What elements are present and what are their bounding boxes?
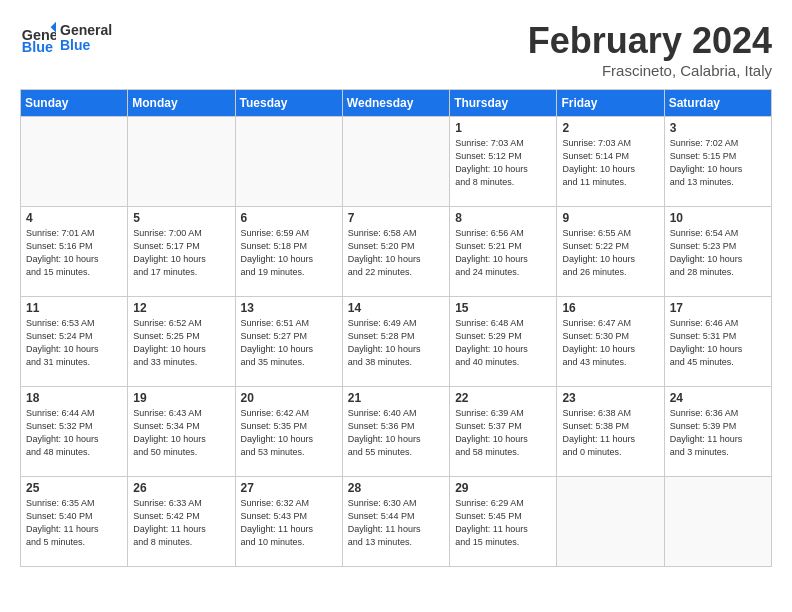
- day-info: Sunrise: 6:48 AMSunset: 5:29 PMDaylight:…: [455, 317, 551, 369]
- day-number: 6: [241, 211, 337, 225]
- day-header-saturday: Saturday: [664, 90, 771, 117]
- day-number: 4: [26, 211, 122, 225]
- day-number: 1: [455, 121, 551, 135]
- day-number: 20: [241, 391, 337, 405]
- day-cell: 15Sunrise: 6:48 AMSunset: 5:29 PMDayligh…: [450, 297, 557, 387]
- day-number: 27: [241, 481, 337, 495]
- day-info: Sunrise: 6:29 AMSunset: 5:45 PMDaylight:…: [455, 497, 551, 549]
- title-area: February 2024 Frascineto, Calabria, Ital…: [528, 20, 772, 79]
- day-info: Sunrise: 6:53 AMSunset: 5:24 PMDaylight:…: [26, 317, 122, 369]
- day-number: 18: [26, 391, 122, 405]
- day-number: 14: [348, 301, 444, 315]
- day-info: Sunrise: 6:33 AMSunset: 5:42 PMDaylight:…: [133, 497, 229, 549]
- day-info: Sunrise: 6:39 AMSunset: 5:37 PMDaylight:…: [455, 407, 551, 459]
- day-cell: 16Sunrise: 6:47 AMSunset: 5:30 PMDayligh…: [557, 297, 664, 387]
- day-info: Sunrise: 6:59 AMSunset: 5:18 PMDaylight:…: [241, 227, 337, 279]
- day-cell: 18Sunrise: 6:44 AMSunset: 5:32 PMDayligh…: [21, 387, 128, 477]
- day-number: 19: [133, 391, 229, 405]
- day-cell: [235, 117, 342, 207]
- day-info: Sunrise: 6:38 AMSunset: 5:38 PMDaylight:…: [562, 407, 658, 459]
- day-number: 25: [26, 481, 122, 495]
- day-info: Sunrise: 7:02 AMSunset: 5:15 PMDaylight:…: [670, 137, 766, 189]
- week-row-2: 4Sunrise: 7:01 AMSunset: 5:16 PMDaylight…: [21, 207, 772, 297]
- location: Frascineto, Calabria, Italy: [528, 62, 772, 79]
- week-row-4: 18Sunrise: 6:44 AMSunset: 5:32 PMDayligh…: [21, 387, 772, 477]
- day-info: Sunrise: 6:52 AMSunset: 5:25 PMDaylight:…: [133, 317, 229, 369]
- logo-icon: General Blue: [20, 20, 56, 56]
- day-info: Sunrise: 6:56 AMSunset: 5:21 PMDaylight:…: [455, 227, 551, 279]
- day-cell: 7Sunrise: 6:58 AMSunset: 5:20 PMDaylight…: [342, 207, 449, 297]
- day-header-monday: Monday: [128, 90, 235, 117]
- day-cell: 22Sunrise: 6:39 AMSunset: 5:37 PMDayligh…: [450, 387, 557, 477]
- day-info: Sunrise: 7:03 AMSunset: 5:12 PMDaylight:…: [455, 137, 551, 189]
- day-cell: 25Sunrise: 6:35 AMSunset: 5:40 PMDayligh…: [21, 477, 128, 567]
- day-number: 5: [133, 211, 229, 225]
- day-cell: [21, 117, 128, 207]
- day-cell: 24Sunrise: 6:36 AMSunset: 5:39 PMDayligh…: [664, 387, 771, 477]
- logo: General Blue General Blue: [20, 20, 112, 56]
- month-title: February 2024: [528, 20, 772, 62]
- day-info: Sunrise: 6:51 AMSunset: 5:27 PMDaylight:…: [241, 317, 337, 369]
- day-number: 17: [670, 301, 766, 315]
- day-number: 28: [348, 481, 444, 495]
- day-info: Sunrise: 6:58 AMSunset: 5:20 PMDaylight:…: [348, 227, 444, 279]
- day-header-thursday: Thursday: [450, 90, 557, 117]
- day-cell: 11Sunrise: 6:53 AMSunset: 5:24 PMDayligh…: [21, 297, 128, 387]
- day-info: Sunrise: 6:47 AMSunset: 5:30 PMDaylight:…: [562, 317, 658, 369]
- day-info: Sunrise: 6:30 AMSunset: 5:44 PMDaylight:…: [348, 497, 444, 549]
- day-number: 24: [670, 391, 766, 405]
- day-cell: 20Sunrise: 6:42 AMSunset: 5:35 PMDayligh…: [235, 387, 342, 477]
- day-number: 23: [562, 391, 658, 405]
- day-info: Sunrise: 6:43 AMSunset: 5:34 PMDaylight:…: [133, 407, 229, 459]
- day-number: 12: [133, 301, 229, 315]
- svg-text:Blue: Blue: [22, 39, 53, 55]
- day-cell: 10Sunrise: 6:54 AMSunset: 5:23 PMDayligh…: [664, 207, 771, 297]
- day-number: 15: [455, 301, 551, 315]
- day-cell: 9Sunrise: 6:55 AMSunset: 5:22 PMDaylight…: [557, 207, 664, 297]
- day-number: 11: [26, 301, 122, 315]
- day-cell: 2Sunrise: 7:03 AMSunset: 5:14 PMDaylight…: [557, 117, 664, 207]
- day-cell: 17Sunrise: 6:46 AMSunset: 5:31 PMDayligh…: [664, 297, 771, 387]
- day-header-friday: Friday: [557, 90, 664, 117]
- day-cell: 3Sunrise: 7:02 AMSunset: 5:15 PMDaylight…: [664, 117, 771, 207]
- day-info: Sunrise: 6:35 AMSunset: 5:40 PMDaylight:…: [26, 497, 122, 549]
- day-header-sunday: Sunday: [21, 90, 128, 117]
- day-cell: 23Sunrise: 6:38 AMSunset: 5:38 PMDayligh…: [557, 387, 664, 477]
- day-number: 21: [348, 391, 444, 405]
- day-info: Sunrise: 7:00 AMSunset: 5:17 PMDaylight:…: [133, 227, 229, 279]
- day-cell: 19Sunrise: 6:43 AMSunset: 5:34 PMDayligh…: [128, 387, 235, 477]
- day-number: 13: [241, 301, 337, 315]
- day-info: Sunrise: 6:36 AMSunset: 5:39 PMDaylight:…: [670, 407, 766, 459]
- day-number: 10: [670, 211, 766, 225]
- day-number: 29: [455, 481, 551, 495]
- day-cell: 27Sunrise: 6:32 AMSunset: 5:43 PMDayligh…: [235, 477, 342, 567]
- header: General Blue General Blue February 2024 …: [20, 20, 772, 79]
- header-row: SundayMondayTuesdayWednesdayThursdayFrid…: [21, 90, 772, 117]
- day-cell: 8Sunrise: 6:56 AMSunset: 5:21 PMDaylight…: [450, 207, 557, 297]
- day-number: 26: [133, 481, 229, 495]
- day-header-tuesday: Tuesday: [235, 90, 342, 117]
- logo-blue: Blue: [60, 38, 112, 53]
- day-info: Sunrise: 6:40 AMSunset: 5:36 PMDaylight:…: [348, 407, 444, 459]
- day-cell: 12Sunrise: 6:52 AMSunset: 5:25 PMDayligh…: [128, 297, 235, 387]
- day-info: Sunrise: 6:55 AMSunset: 5:22 PMDaylight:…: [562, 227, 658, 279]
- day-cell: 13Sunrise: 6:51 AMSunset: 5:27 PMDayligh…: [235, 297, 342, 387]
- day-cell: [664, 477, 771, 567]
- calendar-table: SundayMondayTuesdayWednesdayThursdayFrid…: [20, 89, 772, 567]
- week-row-5: 25Sunrise: 6:35 AMSunset: 5:40 PMDayligh…: [21, 477, 772, 567]
- day-number: 22: [455, 391, 551, 405]
- day-info: Sunrise: 7:03 AMSunset: 5:14 PMDaylight:…: [562, 137, 658, 189]
- day-cell: 1Sunrise: 7:03 AMSunset: 5:12 PMDaylight…: [450, 117, 557, 207]
- day-number: 2: [562, 121, 658, 135]
- day-number: 9: [562, 211, 658, 225]
- day-header-wednesday: Wednesday: [342, 90, 449, 117]
- day-info: Sunrise: 6:46 AMSunset: 5:31 PMDaylight:…: [670, 317, 766, 369]
- day-number: 8: [455, 211, 551, 225]
- day-cell: 21Sunrise: 6:40 AMSunset: 5:36 PMDayligh…: [342, 387, 449, 477]
- week-row-3: 11Sunrise: 6:53 AMSunset: 5:24 PMDayligh…: [21, 297, 772, 387]
- day-info: Sunrise: 6:42 AMSunset: 5:35 PMDaylight:…: [241, 407, 337, 459]
- day-cell: 28Sunrise: 6:30 AMSunset: 5:44 PMDayligh…: [342, 477, 449, 567]
- day-number: 16: [562, 301, 658, 315]
- day-info: Sunrise: 6:54 AMSunset: 5:23 PMDaylight:…: [670, 227, 766, 279]
- day-cell: [557, 477, 664, 567]
